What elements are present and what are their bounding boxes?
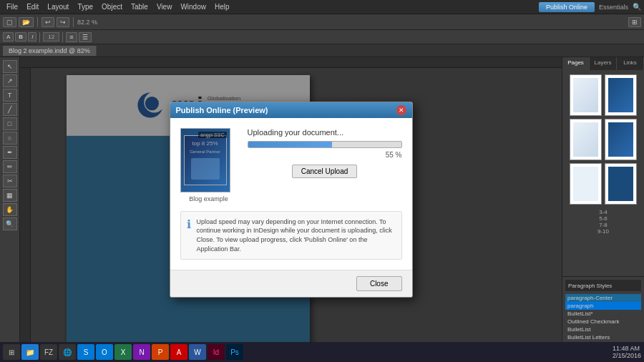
- explorer-btn[interactable]: 📁: [21, 344, 39, 360]
- preview-tag: angpi SSC: [198, 132, 226, 138]
- chrome-btn[interactable]: 🌐: [59, 344, 76, 360]
- modal-body: angpi SSC top 8 25%General Partner Blog …: [170, 118, 412, 270]
- view-btn[interactable]: ⊞: [628, 17, 641, 27]
- page-thumb-2[interactable]: [605, 74, 637, 116]
- onenote-btn[interactable]: N: [133, 344, 150, 360]
- page-range-label-4: 9-10: [565, 228, 641, 235]
- bold-btn[interactable]: B: [15, 32, 26, 41]
- excel-btn[interactable]: X: [114, 344, 132, 360]
- redo-btn[interactable]: ↪: [57, 17, 69, 27]
- menu-item-object[interactable]: Object: [98, 2, 126, 11]
- acrobat-btn[interactable]: A: [170, 344, 187, 360]
- menu-item-edit[interactable]: Edit: [23, 2, 42, 11]
- modal-footer: Close: [170, 270, 412, 297]
- font-size-field[interactable]: 12: [43, 32, 59, 41]
- filezilla-btn[interactable]: FZ: [40, 344, 57, 360]
- preview-thumbnail: top 8 25%General Partner: [184, 135, 227, 185]
- line-tool[interactable]: ╱: [3, 103, 17, 116]
- page-thumb-6[interactable]: [605, 163, 637, 205]
- style-item-bulletlist-plain[interactable]: BulletList: [565, 326, 641, 333]
- toolbar-1: ▢ 📂 ↩ ↪ 82.2 % ⊞: [0, 14, 644, 30]
- progress-bar-fill: [248, 142, 333, 147]
- open-btn[interactable]: 📂: [19, 17, 34, 27]
- progress-bar-container: [248, 141, 402, 148]
- undo-btn[interactable]: ↩: [42, 17, 54, 27]
- menu-item-window[interactable]: Window: [177, 2, 210, 11]
- modal-close-button[interactable]: ✕: [396, 105, 406, 115]
- pages-tab[interactable]: Pages: [562, 57, 590, 70]
- outlook-btn[interactable]: O: [96, 344, 113, 360]
- document-tab[interactable]: Blog 2 example.indd @ 82%: [3, 46, 97, 56]
- align-left-btn[interactable]: ≡: [66, 32, 77, 42]
- layers-tab[interactable]: Layers: [590, 57, 617, 70]
- style-item-bulletlist-letters[interactable]: BulletList Letters: [565, 333, 641, 341]
- info-box: ℹ Upload speed may vary depending on you…: [180, 211, 402, 260]
- pencil-tool[interactable]: ✏: [3, 160, 17, 173]
- word-btn[interactable]: W: [189, 344, 206, 360]
- menu-item-view[interactable]: View: [153, 2, 176, 11]
- select-tool[interactable]: ↖: [3, 60, 17, 73]
- gradient-tool[interactable]: ▦: [3, 189, 17, 202]
- italic-btn[interactable]: I: [28, 32, 36, 41]
- menu-item-table[interactable]: Table: [127, 2, 152, 11]
- ellipse-tool[interactable]: ○: [3, 132, 17, 145]
- time-display: 11:48 AM: [613, 345, 641, 352]
- page-thumb-1[interactable]: [570, 74, 602, 116]
- upload-status-text: Uploading your document...: [248, 128, 402, 137]
- preview-image-placeholder: [191, 158, 220, 180]
- scissors-tool[interactable]: ✂: [3, 175, 17, 187]
- menu-item-layout[interactable]: Layout: [44, 2, 72, 11]
- links-tab[interactable]: Links: [617, 57, 644, 70]
- new-btn[interactable]: ▢: [3, 17, 16, 27]
- panel-tabs: Pages Layers Links: [562, 57, 644, 70]
- preview-blog-title: top 8 25%General Partner: [190, 140, 220, 155]
- zoom-tool[interactable]: 🔍: [3, 217, 17, 230]
- tools-panel: ↖ ↗ T ╱ □ ○ ✒ ✏ ✂ ▦ ✋ 🔍: [0, 57, 20, 362]
- info-icon: ℹ: [187, 217, 191, 253]
- style-btn[interactable]: A: [3, 32, 14, 41]
- skype-btn[interactable]: S: [77, 344, 94, 360]
- document-tabbar: Blog 2 example.indd @ 82%: [0, 44, 644, 57]
- pen-tool[interactable]: ✒: [3, 146, 17, 159]
- preview-doc-label: Blog example: [180, 195, 238, 202]
- page-thumb-3[interactable]: [570, 119, 602, 160]
- style-item-paragraph-center[interactable]: paragraph-Center: [565, 294, 641, 302]
- cancel-upload-button[interactable]: Cancel Upload: [292, 165, 358, 178]
- menu-item-type[interactable]: Type: [74, 2, 97, 11]
- modal-top-section: angpi SSC top 8 25%General Partner Blog …: [180, 128, 402, 202]
- close-button[interactable]: Close: [356, 276, 402, 291]
- pages-panel: 3-4 5-6 7-8 9-10: [562, 70, 644, 276]
- zoom-label: 82.2 %: [77, 19, 97, 26]
- page-range-label-3: 7-8: [565, 222, 641, 228]
- text-tool[interactable]: T: [3, 89, 17, 102]
- menu-item-help[interactable]: Help: [211, 2, 233, 11]
- toolbar-2: A B I 12 ≡ ☰: [0, 30, 644, 44]
- photoshop-btn[interactable]: Ps: [226, 344, 243, 360]
- modal-titlebar: Publish Online (Preview) ✕: [170, 102, 412, 118]
- style-item-outlined-checkmark[interactable]: Outlined Checkmark: [565, 318, 641, 326]
- style-item-bulletlist[interactable]: BulletList*: [565, 310, 641, 318]
- page-thumb-5[interactable]: [570, 163, 602, 205]
- workspace-label: Essentials: [599, 4, 628, 11]
- powerpoint-btn[interactable]: P: [152, 344, 169, 360]
- progress-percent: 55 %: [248, 151, 402, 159]
- rect-tool[interactable]: □: [3, 117, 17, 130]
- page-thumb-4[interactable]: [605, 119, 637, 160]
- align-center-btn[interactable]: ☰: [79, 32, 92, 42]
- start-button[interactable]: ⊞: [3, 344, 20, 360]
- page-range-label: 3-4: [565, 209, 641, 215]
- direct-select-tool[interactable]: ↗: [3, 74, 17, 87]
- right-panel: Pages Layers Links: [562, 57, 644, 362]
- style-item-paragraph[interactable]: paragraph: [565, 302, 641, 310]
- publish-online-modal: Publish Online (Preview) ✕ angpi SSC top…: [170, 102, 413, 298]
- page-range-label-2: 5-6: [565, 215, 641, 222]
- date-display: 2/15/2016: [613, 352, 641, 359]
- hand-tool[interactable]: ✋: [3, 203, 17, 216]
- canvas-area[interactable]: gpi Globalisation Partners International…: [20, 57, 562, 362]
- paragraph-styles-label: Paragraph Styles: [568, 283, 612, 289]
- taskbar: ⊞ 📁 FZ 🌐 S O X N P A W Id Ps 11:48 AM 2/…: [0, 342, 644, 362]
- search-icon[interactable]: 🔍: [633, 3, 641, 11]
- publish-online-button[interactable]: Publish Online: [539, 2, 595, 12]
- menu-item-file[interactable]: File: [3, 2, 21, 11]
- indesign-btn[interactable]: Id: [208, 344, 225, 360]
